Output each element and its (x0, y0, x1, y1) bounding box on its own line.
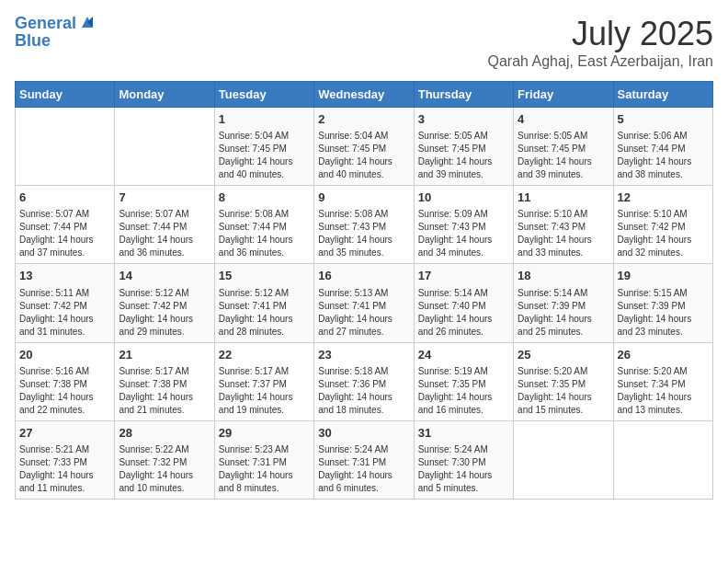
week-row-3: 13Sunrise: 5:11 AMSunset: 7:42 PMDayligh… (16, 264, 713, 342)
daylight-text: Daylight: 14 hours and 40 minutes. (219, 155, 310, 181)
day-number: 6 (19, 190, 110, 206)
sunset-text: Sunset: 7:39 PM (518, 300, 609, 313)
day-number: 28 (119, 425, 210, 442)
sunrise-text: Sunrise: 5:09 AM (418, 208, 509, 221)
day-number: 20 (19, 347, 110, 363)
day-number: 17 (418, 268, 509, 284)
day-cell: 17Sunrise: 5:14 AMSunset: 7:40 PMDayligh… (414, 264, 513, 342)
day-cell: 3Sunrise: 5:05 AMSunset: 7:45 PMDaylight… (414, 108, 513, 186)
day-number: 15 (219, 268, 310, 284)
day-cell: 28Sunrise: 5:22 AMSunset: 7:32 PMDayligh… (115, 420, 214, 499)
sunset-text: Sunset: 7:45 PM (518, 143, 609, 155)
day-cell: 15Sunrise: 5:12 AMSunset: 7:41 PMDayligh… (214, 264, 313, 342)
sunset-text: Sunset: 7:44 PM (618, 143, 709, 155)
day-cell (115, 108, 214, 186)
sunrise-text: Sunrise: 5:05 AM (518, 130, 609, 143)
sunrise-text: Sunrise: 5:04 AM (318, 130, 409, 143)
sunset-text: Sunset: 7:31 PM (318, 456, 409, 469)
sunset-text: Sunset: 7:45 PM (418, 143, 509, 155)
day-number: 29 (219, 425, 310, 442)
daylight-text: Daylight: 14 hours and 10 minutes. (119, 469, 210, 495)
daylight-text: Daylight: 14 hours and 36 minutes. (219, 234, 310, 259)
logo-text-line1: General (15, 15, 76, 33)
sunset-text: Sunset: 7:42 PM (618, 221, 709, 234)
daylight-text: Daylight: 14 hours and 26 minutes. (418, 313, 509, 339)
header-friday: Friday (514, 82, 613, 108)
sunrise-text: Sunrise: 5:11 AM (19, 287, 110, 300)
day-cell: 13Sunrise: 5:11 AMSunset: 7:42 PMDayligh… (16, 264, 115, 342)
sunset-text: Sunset: 7:45 PM (318, 143, 409, 155)
sunrise-text: Sunrise: 5:18 AM (318, 365, 409, 378)
day-cell: 23Sunrise: 5:18 AMSunset: 7:36 PMDayligh… (314, 342, 414, 420)
sunset-text: Sunset: 7:40 PM (418, 300, 509, 313)
calendar-body: 1Sunrise: 5:04 AMSunset: 7:45 PMDaylight… (16, 108, 713, 500)
daylight-text: Daylight: 14 hours and 28 minutes. (219, 313, 310, 339)
sunrise-text: Sunrise: 5:05 AM (418, 130, 509, 143)
calendar-table: SundayMondayTuesdayWednesdayThursdayFrid… (15, 81, 713, 500)
day-number: 13 (19, 268, 110, 284)
day-number: 31 (418, 425, 509, 442)
sunset-text: Sunset: 7:30 PM (418, 456, 509, 469)
day-number: 18 (518, 268, 609, 284)
day-number: 8 (219, 190, 310, 206)
week-row-5: 27Sunrise: 5:21 AMSunset: 7:33 PMDayligh… (16, 420, 713, 499)
sunset-text: Sunset: 7:42 PM (119, 300, 210, 313)
sunrise-text: Sunrise: 5:16 AM (19, 365, 110, 378)
day-number: 3 (418, 111, 509, 128)
title-block: July 2025 Qarah Aghaj, East Azerbaijan, … (488, 15, 713, 70)
sunrise-text: Sunrise: 5:12 AM (119, 287, 210, 300)
sunrise-text: Sunrise: 5:22 AM (119, 443, 210, 456)
sunset-text: Sunset: 7:33 PM (19, 456, 110, 469)
daylight-text: Daylight: 14 hours and 16 minutes. (418, 391, 509, 417)
header-saturday: Saturday (613, 82, 712, 108)
week-row-1: 1Sunrise: 5:04 AMSunset: 7:45 PMDaylight… (16, 108, 713, 186)
day-cell: 16Sunrise: 5:13 AMSunset: 7:41 PMDayligh… (314, 264, 414, 342)
day-cell: 8Sunrise: 5:08 AMSunset: 7:44 PMDaylight… (214, 186, 313, 264)
daylight-text: Daylight: 14 hours and 5 minutes. (418, 469, 509, 495)
sunrise-text: Sunrise: 5:08 AM (318, 208, 409, 221)
page-header: General Blue July 2025 Qarah Aghaj, East… (15, 15, 713, 70)
sunset-text: Sunset: 7:44 PM (219, 221, 310, 234)
day-cell: 14Sunrise: 5:12 AMSunset: 7:42 PMDayligh… (115, 264, 214, 342)
calendar-header: SundayMondayTuesdayWednesdayThursdayFrid… (16, 82, 713, 108)
sunset-text: Sunset: 7:43 PM (418, 221, 509, 234)
daylight-text: Daylight: 14 hours and 23 minutes. (618, 313, 709, 339)
day-cell (16, 108, 115, 186)
daylight-text: Daylight: 14 hours and 36 minutes. (119, 234, 210, 259)
daylight-text: Daylight: 14 hours and 32 minutes. (618, 234, 709, 259)
day-cell: 4Sunrise: 5:05 AMSunset: 7:45 PMDaylight… (514, 108, 613, 186)
daylight-text: Daylight: 14 hours and 21 minutes. (119, 391, 210, 417)
sunrise-text: Sunrise: 5:10 AM (618, 208, 709, 221)
sunrise-text: Sunrise: 5:20 AM (518, 365, 609, 378)
sunset-text: Sunset: 7:41 PM (219, 300, 310, 313)
sunrise-text: Sunrise: 5:24 AM (418, 443, 509, 456)
calendar-subtitle: Qarah Aghaj, East Azerbaijan, Iran (488, 53, 713, 70)
day-cell: 10Sunrise: 5:09 AMSunset: 7:43 PMDayligh… (414, 186, 513, 264)
sunrise-text: Sunrise: 5:08 AM (219, 208, 310, 221)
logo: General Blue (15, 15, 97, 51)
sunrise-text: Sunrise: 5:21 AM (19, 443, 110, 456)
day-cell (514, 420, 613, 499)
daylight-text: Daylight: 14 hours and 33 minutes. (518, 234, 609, 259)
day-cell: 1Sunrise: 5:04 AMSunset: 7:45 PMDaylight… (214, 108, 313, 186)
sunrise-text: Sunrise: 5:17 AM (219, 365, 310, 378)
day-cell: 31Sunrise: 5:24 AMSunset: 7:30 PMDayligh… (414, 420, 513, 499)
daylight-text: Daylight: 14 hours and 40 minutes. (318, 155, 409, 181)
day-cell: 19Sunrise: 5:15 AMSunset: 7:39 PMDayligh… (613, 264, 712, 342)
sunset-text: Sunset: 7:44 PM (119, 221, 210, 234)
header-sunday: Sunday (16, 82, 115, 108)
day-number: 23 (318, 347, 409, 363)
sunset-text: Sunset: 7:35 PM (518, 378, 609, 391)
sunrise-text: Sunrise: 5:10 AM (518, 208, 609, 221)
sunrise-text: Sunrise: 5:20 AM (618, 365, 709, 378)
daylight-text: Daylight: 14 hours and 8 minutes. (219, 469, 310, 495)
sunrise-text: Sunrise: 5:14 AM (518, 287, 609, 300)
day-number: 10 (418, 190, 509, 206)
sunrise-text: Sunrise: 5:07 AM (119, 208, 210, 221)
day-cell: 2Sunrise: 5:04 AMSunset: 7:45 PMDaylight… (314, 108, 414, 186)
day-number: 11 (518, 190, 609, 206)
calendar-title: July 2025 (488, 15, 713, 53)
sunset-text: Sunset: 7:31 PM (219, 456, 310, 469)
day-cell: 7Sunrise: 5:07 AMSunset: 7:44 PMDaylight… (115, 186, 214, 264)
day-cell (613, 420, 712, 499)
